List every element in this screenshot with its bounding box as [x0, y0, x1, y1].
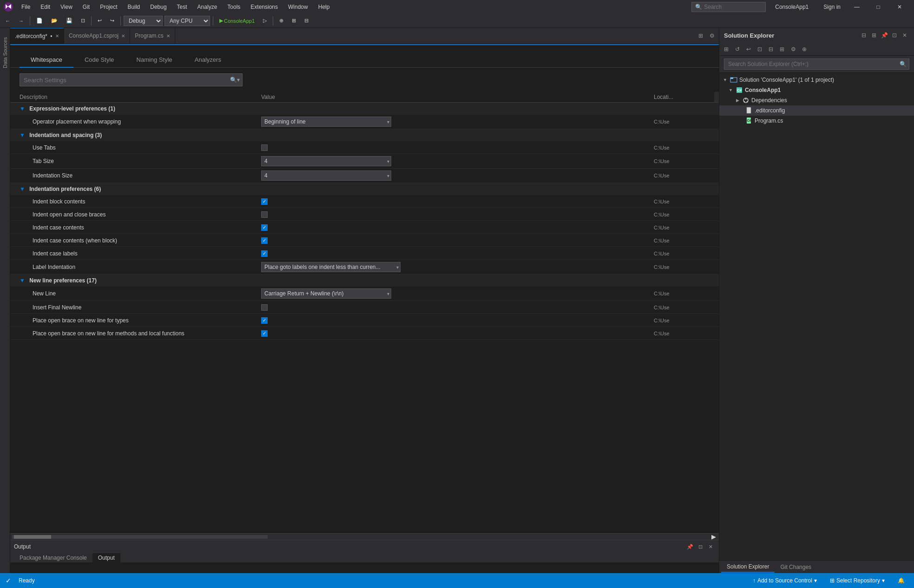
menu-help[interactable]: Help	[314, 2, 335, 12]
section-newline-prefs[interactable]: ▼ New line preferences (17)	[10, 274, 719, 287]
indent-braces-checkbox[interactable]	[261, 211, 268, 218]
indent-case-labels-checkbox[interactable]	[261, 250, 268, 257]
menu-edit[interactable]: Edit	[36, 2, 55, 12]
se-toolbar-btn-6[interactable]: ⊞	[777, 44, 787, 54]
menu-window[interactable]: Window	[283, 2, 313, 12]
tab-program[interactable]: Program.cs ✕	[130, 28, 175, 44]
indent-case-block-checkbox[interactable]	[261, 237, 268, 244]
tab-program-close[interactable]: ✕	[166, 33, 170, 39]
notification-button[interactable]: 🔔	[894, 575, 908, 586]
operator-placement-select[interactable]: Beginning of line	[261, 117, 391, 127]
cat-tab-analyzers[interactable]: Analyzers	[184, 52, 232, 68]
se-properties-button[interactable]: ⊞	[869, 31, 879, 40]
section-indent-prefs-toggle[interactable]: ▼	[20, 186, 25, 192]
horizontal-scrollbar[interactable]: ▶	[10, 533, 719, 540]
se-toolbar-btn-2[interactable]: ↺	[732, 44, 743, 54]
se-toolbar-btn-1[interactable]: ⊞	[721, 44, 731, 54]
tree-dependencies[interactable]: ▶ Dependencies	[719, 95, 914, 105]
menu-build[interactable]: Build	[123, 2, 145, 12]
undo-button[interactable]: ↩	[94, 16, 105, 26]
section-newline-toggle[interactable]: ▼	[20, 277, 25, 284]
tree-program-cs[interactable]: C# Program.cs	[719, 116, 914, 126]
forward-button[interactable]: →	[15, 16, 27, 26]
label-indentation-select[interactable]: Place goto labels one indent less than c…	[261, 262, 401, 272]
insert-final-newline-checkbox[interactable]	[261, 304, 268, 311]
menu-debug[interactable]: Debug	[145, 2, 171, 12]
scrollbar-thumb[interactable]	[14, 535, 51, 539]
section-expression-toggle[interactable]: ▼	[20, 105, 25, 112]
tree-editorconfig[interactable]: .editorconfig	[719, 105, 914, 116]
add-source-control-button[interactable]: ↑ Add to Source Control ▾	[749, 575, 821, 586]
output-close-button[interactable]: ✕	[706, 542, 715, 551]
tab-editorconfig-close[interactable]: ✕	[55, 33, 59, 39]
run-button[interactable]: ▶ ConsoleApp1	[216, 16, 258, 26]
title-search-input[interactable]	[691, 2, 766, 12]
redo-button[interactable]: ↪	[107, 16, 118, 26]
new-line-select[interactable]: Carriage Return + Newline (\r\n)	[261, 288, 391, 299]
menu-git[interactable]: Git	[78, 2, 94, 12]
menu-file[interactable]: File	[17, 2, 35, 12]
tab-editorconfig[interactable]: .editorconfig* ● ✕	[10, 28, 64, 44]
new-project-button[interactable]: 📄	[33, 16, 46, 26]
maximize-button[interactable]: □	[868, 0, 889, 14]
se-toolbar-btn-3[interactable]: ↩	[743, 44, 754, 54]
se-search-input[interactable]	[724, 59, 909, 70]
sign-in-link[interactable]: Sign in	[818, 4, 846, 10]
se-toolbar-btn-7[interactable]: ⚙	[788, 44, 798, 54]
menu-extensions[interactable]: Extensions	[246, 2, 283, 12]
tab-size-select[interactable]: 4	[261, 156, 391, 166]
output-pin-button[interactable]: 📌	[685, 542, 695, 551]
se-float-button[interactable]: ⊡	[890, 31, 899, 40]
save-button[interactable]: 💾	[63, 16, 76, 26]
section-indent-spacing-toggle[interactable]: ▼	[20, 132, 25, 138]
output-tab-output[interactable]: Output	[92, 553, 120, 562]
menu-analyze[interactable]: Analyze	[193, 2, 222, 12]
se-close-button[interactable]: ✕	[900, 31, 909, 40]
output-float-button[interactable]: ⊡	[696, 542, 705, 551]
se-collapse-button[interactable]: ⊟	[859, 31, 868, 40]
indent-block-checkbox[interactable]	[261, 198, 268, 205]
search-settings-input[interactable]	[20, 73, 243, 86]
select-repository-button[interactable]: ⊞ Select Repository ▾	[826, 575, 888, 586]
output-tab-package-manager[interactable]: Package Manager Console	[14, 553, 92, 562]
cat-tab-whitespace[interactable]: Whitespace	[20, 52, 73, 68]
close-button[interactable]: ✕	[889, 0, 910, 14]
menu-tools[interactable]: Tools	[223, 2, 245, 12]
save-all-button[interactable]: ⊡	[78, 16, 88, 26]
tab-csproj[interactable]: ConsoleApp1.csproj ✕	[64, 28, 130, 44]
platform-dropdown[interactable]: Any CPU	[164, 16, 210, 26]
menu-project[interactable]: Project	[95, 2, 122, 12]
back-button[interactable]: ←	[2, 16, 13, 26]
toolbar-extra-1[interactable]: ⊞	[289, 16, 299, 26]
minimize-button[interactable]: —	[846, 0, 868, 14]
se-toolbar-btn-4[interactable]: ⊡	[755, 44, 765, 54]
open-brace-methods-checkbox[interactable]	[261, 330, 268, 337]
section-expression-level[interactable]: ▼ Expression-level preferences (1)	[10, 103, 719, 115]
cat-tab-naming[interactable]: Naming Style	[125, 52, 184, 68]
tree-solution[interactable]: ▼ Solution 'ConsoleApp1' (1 of 1 project…	[719, 75, 914, 85]
build-config-dropdown[interactable]: Debug	[124, 16, 163, 26]
se-pin-button[interactable]: 📌	[880, 31, 889, 40]
breakpoints-button[interactable]: ⊕	[276, 16, 287, 26]
open-button[interactable]: 📂	[48, 16, 61, 26]
menu-test[interactable]: Test	[172, 2, 192, 12]
tab-list-button[interactable]: ⊞	[696, 31, 706, 41]
menu-view[interactable]: View	[56, 2, 77, 12]
indentation-size-select[interactable]: 4	[261, 170, 391, 181]
tab-csproj-close[interactable]: ✕	[121, 33, 125, 39]
indent-case-contents-checkbox[interactable]	[261, 224, 268, 231]
section-indentation-prefs[interactable]: ▼ Indentation preferences (6)	[10, 183, 719, 195]
data-sources-label[interactable]: Data Sources	[2, 37, 8, 68]
settings-table[interactable]: ▼ Expression-level preferences (1) Opera…	[10, 103, 719, 533]
scrollbar-right-arrow[interactable]: ▶	[710, 535, 717, 539]
section-indentation-spacing[interactable]: ▼ Indentation and spacing (3)	[10, 129, 719, 141]
se-tab-solution-explorer[interactable]: Solution Explorer	[721, 562, 775, 573]
toolbar-extra-2[interactable]: ⊟	[301, 16, 312, 26]
use-tabs-checkbox[interactable]	[261, 144, 268, 151]
start-without-debug-button[interactable]: ▷	[260, 16, 270, 26]
se-toolbar-btn-5[interactable]: ⊟	[766, 44, 776, 54]
tree-project[interactable]: ▼ C# ConsoleApp1	[719, 85, 914, 95]
tab-settings-button[interactable]: ⚙	[707, 31, 717, 41]
se-tab-git-changes[interactable]: Git Changes	[775, 562, 817, 572]
open-brace-types-checkbox[interactable]	[261, 317, 268, 324]
